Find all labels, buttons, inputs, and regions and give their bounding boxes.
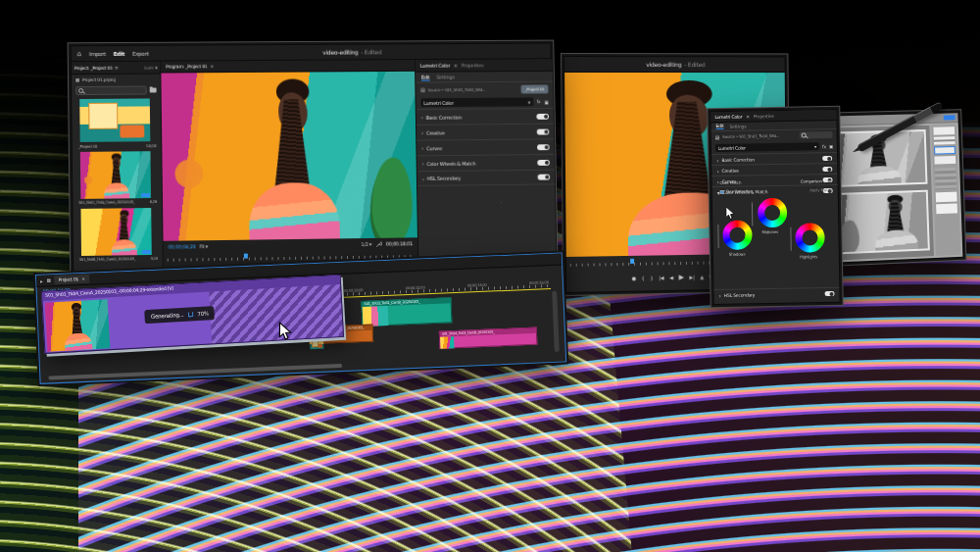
wheel-slider[interactable]: [717, 225, 718, 248]
close-icon[interactable]: ×: [746, 114, 750, 119]
chevron-down-icon: ▾: [369, 241, 371, 247]
menu-export[interactable]: Export: [132, 50, 149, 56]
section-basic-correction[interactable]: Basic Correction: [426, 114, 462, 120]
chevron-right-icon[interactable]: ›: [421, 145, 423, 152]
lift-button[interactable]: ▲: [700, 274, 704, 279]
section-creative[interactable]: Creative: [426, 129, 445, 135]
chevron-right-icon[interactable]: ›: [716, 156, 718, 163]
clip-thumbnail[interactable]: [80, 208, 151, 256]
settings-wrench-icon[interactable]: [375, 240, 382, 247]
menu-import[interactable]: Import: [89, 51, 106, 57]
section-toggle[interactable]: [822, 166, 832, 171]
section-toggle[interactable]: [538, 175, 551, 180]
brush-preset[interactable]: [933, 126, 955, 135]
section-hsl-secondary[interactable]: HSL Secondary: [724, 292, 756, 298]
tab-properties[interactable]: Properties: [462, 63, 484, 69]
brush-preset[interactable]: [934, 156, 956, 165]
section-toggle[interactable]: [537, 159, 550, 165]
clip-thumbnail[interactable]: [80, 151, 151, 199]
apply-match-button[interactable]: Apply Match: [809, 187, 832, 192]
snap-icon[interactable]: ▦: [46, 277, 50, 282]
search-input[interactable]: [800, 131, 833, 139]
home-icon[interactable]: ⌂: [77, 50, 81, 58]
bin-item[interactable]: S01_Sh01_Tk04_CamA_20250103_ 6;28: [78, 151, 157, 207]
playback-resolution-dropdown[interactable]: 1/2 ▾: [361, 241, 371, 247]
zoom-level-dropdown[interactable]: Fit ▾: [200, 243, 209, 249]
fx-icon[interactable]: fx: [537, 99, 541, 104]
go-to-in-button[interactable]: |◀: [659, 275, 663, 280]
floating-lumetri-panel: Lumetri Color × Properties Edit Settings…: [710, 109, 840, 305]
section-toggle[interactable]: [822, 155, 832, 160]
source-label: Source • S01_Sh01_Tk04_Wid...: [722, 133, 779, 139]
mark-in-button[interactable]: {: [642, 276, 645, 281]
close-icon[interactable]: ×: [210, 64, 214, 69]
comparison-view-button[interactable]: Comparison View: [801, 178, 832, 184]
subtab-settings[interactable]: Settings: [436, 74, 454, 79]
timecode-current[interactable]: 00;00;04;29: [169, 243, 196, 249]
search-icon: [78, 88, 83, 93]
vertical-scrollbar[interactable]: [552, 291, 560, 352]
tab-properties[interactable]: Properties: [754, 114, 774, 119]
effect-dropdown[interactable]: Lumetri Color ▾: [420, 97, 533, 107]
section-curves[interactable]: Curves: [426, 145, 442, 151]
section-creative[interactable]: Creative: [722, 168, 739, 173]
bin-item[interactable]: S01_Sh06_Tk01_CamD_20250103_ 3;18: [78, 208, 157, 264]
subtab-settings[interactable]: Settings: [729, 124, 746, 128]
section-hsl-secondary[interactable]: HSL Secondary: [427, 176, 461, 181]
section-toggle[interactable]: [537, 144, 550, 150]
tab-sequence[interactable]: Project 01 ×: [54, 275, 88, 284]
layer-thumb[interactable]: [936, 192, 957, 203]
item-duration: 14;04: [146, 143, 157, 148]
reset-icon[interactable]: ▣: [829, 143, 833, 148]
tab-lumetri-color[interactable]: Lumetri Color: [420, 63, 450, 69]
bin-item[interactable]: _Project 01 14;04: [77, 98, 156, 150]
sequence-thumbnail[interactable]: [79, 98, 150, 141]
canvas-area: [826, 125, 934, 261]
storyboard-frame[interactable]: [832, 190, 930, 255]
tab-lumetri-scopes[interactable]: Lum: [144, 65, 153, 70]
timeline-clip-magenta[interactable]: S01_Sh04_Tk03_CamB_20250103_: [439, 327, 538, 349]
section-toggle[interactable]: [825, 290, 835, 295]
selection-tool-icon[interactable]: ▸: [40, 277, 43, 283]
menu-icon[interactable]: ≡: [115, 65, 119, 70]
step-back-button[interactable]: ◀: [669, 275, 673, 280]
share-button[interactable]: [944, 115, 956, 120]
menu-edit[interactable]: Edit: [114, 50, 124, 56]
tab-program[interactable]: Program: _Project 01: [166, 64, 207, 69]
wheel-slider[interactable]: [752, 202, 753, 226]
chevron-right-icon[interactable]: ›: [421, 160, 423, 167]
mark-out-button[interactable]: }: [650, 275, 653, 280]
layer-thumb[interactable]: [936, 203, 957, 214]
tab-project[interactable]: Project: _Project 01: [74, 65, 113, 70]
target-clip-chip[interactable]: _Project 01: [521, 84, 549, 93]
face-detection-checkbox[interactable]: Face Detection: [720, 188, 753, 194]
project-breadcrumb[interactable]: Project 01.prproj: [82, 76, 116, 81]
subtab-edit[interactable]: Edit: [716, 124, 724, 129]
chevron-right-icon[interactable]: ›: [421, 129, 423, 136]
wheel-slider[interactable]: [790, 227, 791, 251]
subtab-edit[interactable]: Edit: [421, 74, 430, 80]
section-basic-correction[interactable]: Basic Correction: [721, 157, 755, 163]
section-color-wheels[interactable]: Color Wheels & Match: [426, 160, 475, 166]
effect-dropdown[interactable]: Lumetri Color ▾: [715, 142, 819, 152]
folder-icon[interactable]: [150, 87, 157, 92]
chevron-right-icon[interactable]: ›: [421, 114, 423, 121]
play-button[interactable]: ▶: [679, 274, 684, 281]
fx-icon[interactable]: fx: [822, 144, 826, 149]
chevron-right-icon[interactable]: ›: [716, 167, 718, 174]
search-input[interactable]: [75, 86, 147, 96]
section-toggle[interactable]: [536, 113, 549, 119]
section-toggle[interactable]: [537, 128, 550, 134]
chevron-right-icon[interactable]: ›: [719, 291, 721, 298]
reset-icon[interactable]: ▣: [544, 99, 548, 105]
timeline-clip-teal[interactable]: S01_Sh03_Tk02_CamB_20250103_: [361, 297, 452, 326]
close-icon[interactable]: ×: [454, 63, 458, 69]
tab-lumetri-color[interactable]: Lumetri Color: [714, 114, 742, 119]
window-title-state: - Edited: [684, 61, 705, 68]
icon-view-icon: ▦: [75, 77, 79, 82]
add-marker-button[interactable]: ●: [632, 276, 636, 281]
go-to-out-button[interactable]: ▶|: [690, 275, 695, 280]
chevron-right-icon[interactable]: ›: [422, 176, 424, 182]
brush-preset[interactable]: [934, 136, 956, 145]
brush-preset-selected[interactable]: [934, 146, 956, 155]
